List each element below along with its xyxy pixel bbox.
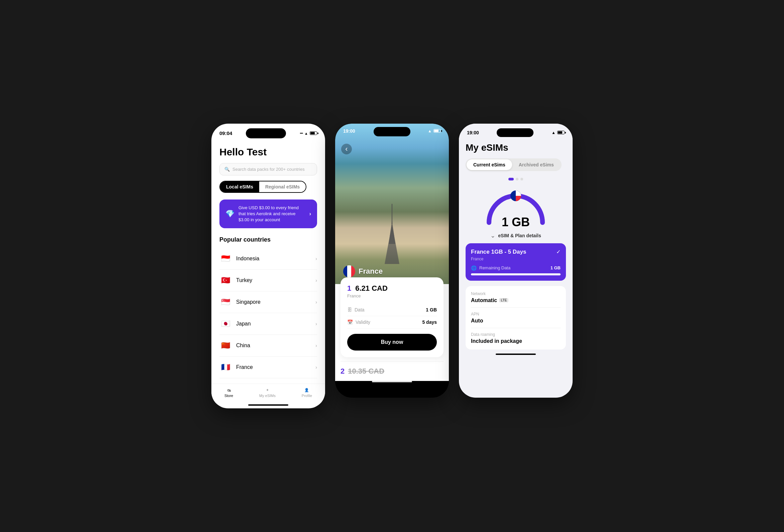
arrow-japan: › [315, 321, 317, 326]
plan-price-1: 6.21 CAD [355, 284, 388, 293]
flag-france: 🇫🇷 [219, 361, 231, 373]
flag-indonesia: 🇮🇩 [219, 253, 231, 265]
phone3-frame: 19:00 ▲ My eSIMs Current eSims Archived … [459, 124, 572, 398]
search-bar[interactable]: 🔍 Search data packs for 200+ countries [219, 163, 317, 175]
active-plan-country: France [471, 257, 561, 261]
promo-arrow-icon: › [309, 211, 311, 217]
nav-store-label: Store [224, 394, 233, 398]
greeting: Hello Test [219, 146, 317, 158]
arrow-china: › [315, 343, 317, 348]
active-plan-card: France 1GB - 5 Days ✓ France 🌐 Remaining… [466, 243, 566, 281]
country-item-turkey[interactable]: 🇹🇷 Turkey › [219, 270, 317, 291]
esim-tabs: Current eSims Archived eSims [466, 158, 562, 171]
plan-validity-row: 📅 Validity 5 days [347, 316, 437, 328]
expand-label: eSIM & Plan details [498, 233, 541, 238]
tab-local[interactable]: Local eSIMs [220, 181, 259, 192]
hero-background [335, 124, 449, 284]
phone2-hero: 19:00 ▲ ‹ France [335, 124, 449, 284]
dot-2 [516, 178, 519, 180]
dot-3 [521, 178, 523, 180]
phone3-wifi: ▲ [552, 130, 556, 135]
plan-card-2: 2 10.35 CAD [340, 361, 444, 376]
screens-container: 09:04 •••• ▲ Hello Test 🔍 Search data pa… [212, 124, 572, 409]
home-indicator-2 [372, 381, 412, 382]
phone3-content: My eSIMs Current eSims Archived eSims [459, 137, 572, 350]
country-item-singapore[interactable]: 🇸🇬 Singapore › [219, 291, 317, 313]
expand-button[interactable]: ⌄ eSIM & Plan details [466, 232, 566, 239]
dot-1 [508, 178, 514, 180]
tab-archived-esims[interactable]: Archived eSims [512, 159, 561, 170]
validity-label-icon: 📅 Validity [347, 320, 370, 325]
plan-details-1: 🗄 Data 1 GB 📅 Validity 5 days [347, 304, 437, 328]
phone2-status-icons: ▲ [428, 129, 441, 133]
active-plan-header: France 1GB - 5 Days ✓ [471, 248, 561, 255]
france-country-name: France [359, 267, 383, 276]
detail-card: Network Automatic LTE APN Auto Data roam… [466, 286, 566, 350]
phone3-battery [557, 131, 565, 134]
back-button[interactable]: ‹ [341, 144, 352, 154]
country-name-china: China [236, 343, 311, 349]
phone2-plans: 1 6.21 CAD France 🗄 Data 1 GB 📅 [335, 277, 449, 381]
profile-icon: 👤 [304, 388, 309, 392]
calendar-icon: 📅 [347, 320, 353, 325]
divider-1 [471, 307, 561, 308]
country-name-france: France [236, 364, 311, 370]
plan-card-1: 1 6.21 CAD France 🗄 Data 1 GB 📅 [340, 277, 444, 357]
nav-my-esims[interactable]: ✦ My eSIMs [259, 388, 276, 398]
plan-country-1: France [347, 293, 437, 298]
france-flag-circle [343, 265, 355, 277]
search-placeholder: Search data packs for 200+ countries [232, 167, 305, 172]
country-item-japan[interactable]: 🇯🇵 Japan › [219, 313, 317, 335]
network-label: Network [471, 291, 561, 296]
wifi-icon-1: ▲ [304, 131, 308, 135]
plan-validity-value: 5 days [422, 320, 437, 325]
apn-value: Auto [471, 318, 561, 324]
phone3-time: 19:00 [467, 130, 479, 135]
store-icon: 🛍 [227, 388, 231, 392]
flag-japan: 🇯🇵 [219, 318, 231, 330]
active-plan-data-row: 🌐 Remaining Data 1 GB [471, 265, 561, 271]
flag-singapore: 🇸🇬 [219, 296, 231, 308]
data-icon: 🗄 [347, 307, 352, 313]
phone3-island [497, 128, 533, 137]
country-item-france[interactable]: 🇫🇷 France › [219, 357, 317, 378]
esims-icon: ✦ [266, 388, 269, 392]
promo-banner[interactable]: 💎 Give USD $3.00 to every friend that tr… [219, 200, 317, 229]
gauge-container: 1 GB [466, 186, 566, 229]
plan-rank-2: 2 [340, 367, 344, 376]
promo-diamond-icon: 💎 [225, 209, 234, 218]
tab-regional[interactable]: Regional eSIMs [259, 181, 306, 192]
gauge-text: 1 GB [502, 215, 530, 229]
plan-price-2: 10.35 CAD [348, 367, 384, 376]
dynamic-island-1 [246, 128, 286, 138]
buy-now-button[interactable]: Buy now [347, 334, 437, 351]
signal-icon-1: •••• [300, 132, 303, 135]
flag-turkey: 🇹🇷 [219, 274, 231, 286]
eiffel-tower [382, 204, 402, 264]
apn-value-text: Auto [471, 318, 483, 324]
status-bar-1: 09:04 •••• ▲ [212, 124, 325, 138]
plan-rank-1: 1 [347, 284, 351, 293]
plan-data-value: 1 GB [426, 307, 437, 313]
active-plan-check-icon: ✓ [556, 248, 561, 255]
nav-esims-label: My eSIMs [259, 394, 276, 398]
status-bar-3: 19:00 ▲ [459, 124, 572, 137]
phone1-content: Hello Test 🔍 Search data packs for 200+ … [212, 138, 325, 379]
nav-store[interactable]: 🛍 Store [224, 388, 233, 398]
country-name-indonesia: Indonesia [236, 256, 311, 262]
battery-icon-1 [310, 131, 317, 135]
data-label-icon: 🗄 Data [347, 307, 365, 313]
nav-profile[interactable]: 👤 Profile [302, 388, 312, 398]
lte-badge: LTE [499, 298, 508, 302]
country-item-indonesia[interactable]: 🇮🇩 Indonesia › [219, 248, 317, 270]
phone3-icons: ▲ [552, 130, 565, 135]
arrow-singapore: › [315, 299, 317, 305]
promo-text: Give USD $3.00 to every friend that trie… [239, 205, 305, 223]
arrow-turkey: › [315, 278, 317, 283]
country-item-china[interactable]: 🇨🇳 China › [219, 335, 317, 357]
network-value-text: Automatic [471, 297, 497, 303]
country-name-turkey: Turkey [236, 277, 311, 284]
country-name-japan: Japan [236, 321, 311, 327]
country-name-singapore: Singapore [236, 299, 311, 305]
tab-current-esims[interactable]: Current eSims [467, 159, 512, 170]
